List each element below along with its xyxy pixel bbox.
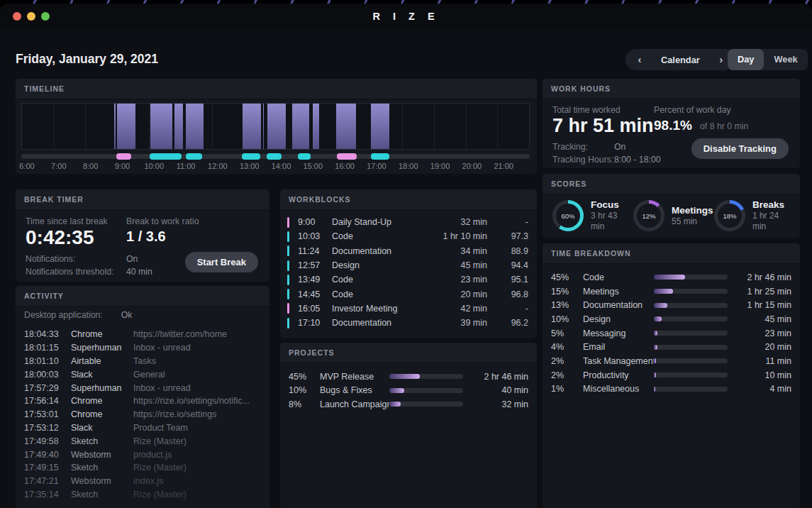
timeline-work-bar (263, 104, 265, 149)
timeline-tick-label: 7:00 (51, 162, 66, 170)
activity-detail: index.js (133, 476, 262, 486)
breakdown-bar-fill (654, 303, 667, 308)
meeting-chip (287, 217, 289, 228)
time-breakdown-panel: TIME BREAKDOWN 45%Code2 hr 46 min15%Meet… (543, 243, 800, 508)
start-break-button[interactable]: Start Break (185, 252, 258, 272)
workblock-row: 14:45Code20 min96.8 (287, 287, 528, 301)
project-bar-fill (389, 402, 401, 407)
breakdown-percent: 1% (551, 384, 583, 394)
workblock-score: 96.8 (487, 289, 528, 299)
breakdown-duration: 2 hr 46 min (728, 272, 791, 282)
timeline-chart (21, 103, 530, 150)
calendar-button[interactable]: Calendar (661, 55, 700, 65)
timeline-tick-label: 20:00 (462, 162, 482, 170)
notifications-value: On (126, 254, 138, 264)
workblock-duration: 23 min (420, 275, 487, 285)
activity-detail: Tasks (133, 356, 262, 366)
timeline-tick-label: 6:00 (19, 162, 34, 170)
timeline-work-bar (174, 104, 183, 149)
timeline-focus-segment (267, 153, 282, 160)
workblocks-list: 9:00Daily Stand-Up32 min-10:03Code1 hr 1… (287, 215, 528, 330)
project-name: Bugs & Fixes (320, 385, 389, 395)
score-duration: 1 hr 24 min (752, 211, 793, 232)
calendar-nav: ‹ Calendar › (625, 49, 735, 70)
threshold-label: Notifications threshold: (26, 267, 113, 277)
breakdown-row: 2%Productivity10 min (551, 368, 791, 382)
workblock-row: 9:00Daily Stand-Up32 min- (287, 215, 528, 229)
breakdown-bar-fill (654, 387, 655, 392)
timeline-gridline (54, 104, 55, 149)
projects-header: PROJECTS (280, 343, 537, 363)
workblock-score: - (487, 217, 528, 227)
since-break-label: Time since last break (26, 216, 108, 226)
workblock-row: 13:49Code23 min95.1 (287, 272, 528, 287)
breakdown-duration: 10 min (728, 370, 791, 380)
workblock-duration: 1 hr 10 min (420, 231, 487, 241)
activity-row: 17:47:21Webstormindex.js (24, 475, 262, 488)
chevron-left-icon[interactable]: ‹ (630, 49, 650, 70)
timeline-panel: TIMELINE 6:007:008:009:0010:0011:0012:00… (16, 79, 537, 174)
breakdown-row: 4%Email20 min (551, 340, 791, 354)
workblock-time: 10:03 (298, 231, 332, 241)
breakdown-bar-track (654, 316, 728, 321)
score-text: Focus3 hr 43 min (591, 199, 633, 232)
activity-time: 18:01:10 (24, 356, 71, 366)
timeline-gridline (402, 104, 403, 149)
breakdown-duration: 1 hr 25 min (728, 287, 791, 297)
tracking-hours-value: 8:00 - 18:00 (614, 155, 661, 165)
breakdown-row: 45%Code2 hr 46 min (551, 270, 791, 285)
breakdown-percent: 15% (551, 287, 583, 297)
activity-time: 17:49:15 (24, 463, 71, 473)
activity-time: 17:35:14 (24, 490, 71, 499)
workblock-time: 11:24 (298, 246, 332, 256)
breakdown-duration: 20 min (728, 342, 791, 352)
timeline-gridline (497, 104, 498, 149)
breakdown-bar-track (654, 303, 728, 308)
activity-detail: General (133, 370, 262, 380)
tab-week[interactable]: Week (764, 49, 807, 70)
timeline-tick-label: 8:00 (83, 162, 98, 170)
activity-row: 17:56:14Chromehttps://rize.io/settings/n… (24, 394, 262, 408)
activity-row: 17:49:15SketchRize (Master) (24, 461, 262, 475)
activity-row: 18:01:10AirtableTasks (24, 355, 262, 368)
focus-chip (287, 275, 289, 285)
tab-day[interactable]: Day (728, 49, 764, 70)
activity-time: 17:53:12 (24, 423, 71, 433)
workblock-name: Code (332, 231, 420, 241)
breakdown-name: Email (583, 342, 654, 352)
timeline-work-bar (336, 104, 356, 149)
scores-body: 60%Focus3 hr 43 min12%Meetings55 min18%B… (552, 194, 793, 238)
project-name: MVP Release (320, 372, 389, 382)
timeline-tick-label: 13:00 (240, 162, 260, 170)
workblock-duration: 45 min (420, 260, 487, 270)
activity-app: Slack (71, 423, 133, 433)
activity-app: Sketch (71, 490, 133, 499)
workblock-row: 12:57Design45 min94.4 (287, 258, 528, 272)
total-time-value: 7 hr 51 min (552, 115, 654, 137)
timeline-gridline (466, 104, 467, 149)
activity-app: Chrome (71, 396, 133, 406)
timeline-tick-label: 11:00 (177, 162, 196, 170)
score-text: Meetings55 min (672, 205, 713, 227)
work-hours-panel: WORK HOURS Total time worked 7 hr 51 min… (543, 79, 800, 168)
workblock-row: 10:03Code1 hr 10 min97.3 (287, 229, 528, 243)
activity-app: Webstorm (71, 476, 133, 486)
breakdown-duration: 1 hr 15 min (728, 300, 791, 310)
activity-time: 18:01:15 (24, 343, 71, 353)
timeline-work-bar (292, 104, 309, 149)
workblock-row: 11:24Documentation34 min88.9 (287, 244, 528, 258)
break-timer-header: BREAK TIMER (16, 189, 269, 210)
projects-panel: PROJECTS 45%MVP Release2 hr 46 min10%Bug… (280, 343, 537, 508)
breakdown-bar-track (654, 331, 728, 336)
breakdown-percent: 13% (551, 300, 583, 310)
ratio-value: 1 / 3.6 (126, 228, 166, 245)
meetings-gauge: 12% (633, 200, 664, 231)
score-breaks: 18%Breaks1 hr 24 min (714, 199, 793, 232)
focus-chip (287, 289, 289, 299)
breakdown-bar-fill (654, 316, 662, 321)
activity-time: 17:57:29 (24, 383, 71, 393)
disable-tracking-button[interactable]: Disable Tracking (691, 138, 789, 159)
score-name: Meetings (672, 205, 713, 216)
activity-app: Sketch (71, 436, 133, 446)
activity-detail: https://twitter.com/home (133, 329, 262, 339)
